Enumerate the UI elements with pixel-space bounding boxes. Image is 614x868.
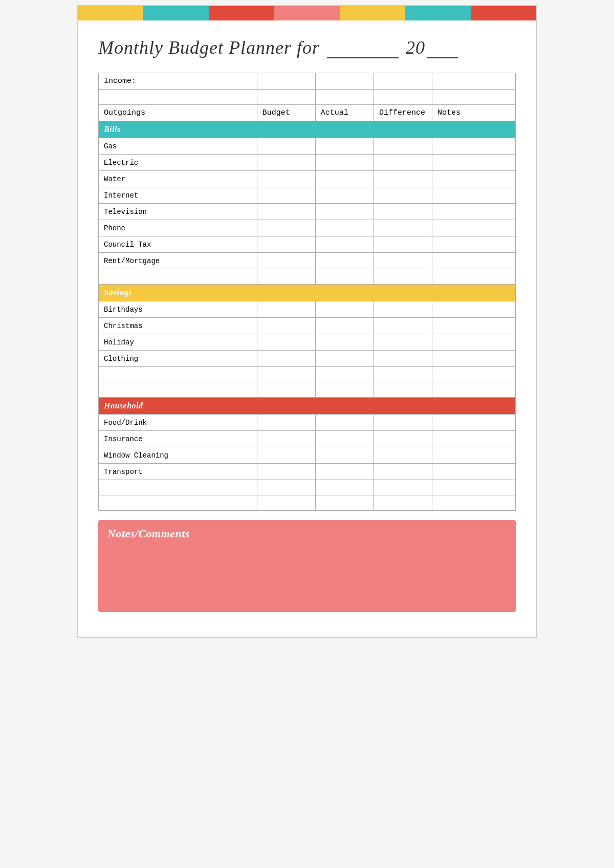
row-council-tax: Council Tax	[99, 236, 516, 253]
savings-label: Savings	[99, 285, 516, 301]
food-drink-difference	[374, 415, 432, 431]
rent-mortgage-budget	[257, 253, 315, 269]
television-notes	[432, 204, 515, 220]
council-tax-notes	[432, 236, 515, 253]
electric-difference	[374, 155, 432, 171]
page: Monthly Budget Planner for 20 Income: Ou…	[77, 5, 537, 638]
row-food-drink: Food/Drink	[99, 415, 516, 431]
row-holiday: Holiday	[99, 334, 516, 351]
holiday-actual	[315, 334, 374, 351]
food-drink-budget	[257, 415, 315, 431]
bar-yellow-2	[340, 6, 405, 20]
savings-section-header: Savings	[99, 285, 516, 301]
main-content: Monthly Budget Planner for 20 Income: Ou…	[78, 20, 536, 622]
birthdays-budget	[257, 301, 315, 318]
header-difference: Difference	[374, 105, 432, 121]
birthdays-actual	[315, 301, 374, 318]
row-clothing: Clothing	[99, 351, 516, 367]
notes-section: Notes/Comments	[98, 520, 516, 612]
row-window-cleaning: Window Cleaning	[99, 447, 516, 464]
year-prefix: 20	[406, 37, 425, 58]
water-actual	[315, 171, 374, 187]
transport-budget	[257, 464, 315, 480]
row-rent-mortgage: Rent/Mortgage	[99, 253, 516, 269]
bottom-color-bar	[78, 622, 536, 637]
insurance-notes	[432, 431, 515, 447]
transport-notes	[432, 464, 515, 480]
clothing-difference	[374, 351, 432, 367]
holiday-notes	[432, 334, 515, 351]
television-budget	[257, 204, 315, 220]
income-actual	[315, 73, 374, 90]
bar-red-1	[209, 6, 274, 20]
bills-section-header: Bills	[99, 121, 516, 138]
transport-label: Transport	[99, 464, 257, 480]
bar-teal-1	[143, 6, 209, 20]
rent-mortgage-notes	[432, 253, 515, 269]
christmas-actual	[315, 318, 374, 334]
water-label: Water	[99, 171, 257, 187]
row-christmas: Christmas	[99, 318, 516, 334]
bills-label: Bills	[99, 121, 516, 138]
top-color-bar	[78, 6, 536, 20]
income-notes	[432, 73, 515, 90]
clothing-notes	[432, 351, 515, 367]
insurance-budget	[257, 431, 315, 447]
bar-pink-1	[274, 6, 340, 20]
gas-label: Gas	[99, 138, 257, 155]
gas-budget	[257, 138, 315, 155]
spacer-row-2	[99, 269, 516, 285]
rent-mortgage-actual	[315, 253, 374, 269]
phone-label: Phone	[99, 220, 257, 236]
television-difference	[374, 204, 432, 220]
birthdays-notes	[432, 301, 515, 318]
rent-mortgage-label: Rent/Mortgage	[99, 253, 257, 269]
window-cleaning-difference	[374, 447, 432, 464]
phone-actual	[315, 220, 374, 236]
electric-notes	[432, 155, 515, 171]
header-notes: Notes	[432, 105, 515, 121]
phone-notes	[432, 220, 515, 236]
spacer-row-1	[99, 90, 516, 105]
birthdays-difference	[374, 301, 432, 318]
row-electric: Electric	[99, 155, 516, 171]
income-difference	[374, 73, 432, 90]
title-text: Monthly Budget Planner for	[98, 37, 320, 58]
row-internet: Internet	[99, 187, 516, 204]
council-tax-difference	[374, 236, 432, 253]
council-tax-actual	[315, 236, 374, 253]
income-label: Income:	[99, 73, 257, 90]
budget-table: Income: Outgoings Budget Actual Differen…	[98, 73, 516, 511]
transport-difference	[374, 464, 432, 480]
insurance-difference	[374, 431, 432, 447]
row-phone: Phone	[99, 220, 516, 236]
food-drink-label: Food/Drink	[99, 415, 257, 431]
food-drink-notes	[432, 415, 515, 431]
transport-actual	[315, 464, 374, 480]
row-birthdays: Birthdays	[99, 301, 516, 318]
page-title: Monthly Budget Planner for 20	[98, 36, 516, 58]
christmas-difference	[374, 318, 432, 334]
column-headers: Outgoings Budget Actual Difference Notes	[99, 105, 516, 121]
row-insurance: Insurance	[99, 431, 516, 447]
name-line	[327, 36, 399, 58]
year-line	[427, 36, 458, 58]
christmas-notes	[432, 318, 515, 334]
bar-red-2	[471, 6, 536, 20]
window-cleaning-notes	[432, 447, 515, 464]
spacer-row-4	[99, 382, 516, 398]
insurance-label: Insurance	[99, 431, 257, 447]
council-tax-label: Council Tax	[99, 236, 257, 253]
row-gas: Gas	[99, 138, 516, 155]
food-drink-actual	[315, 415, 374, 431]
household-label: Household	[99, 398, 516, 415]
internet-actual	[315, 187, 374, 204]
electric-actual	[315, 155, 374, 171]
notes-title: Notes/Comments	[107, 527, 507, 540]
internet-notes	[432, 187, 515, 204]
council-tax-budget	[257, 236, 315, 253]
rent-mortgage-difference	[374, 253, 432, 269]
phone-budget	[257, 220, 315, 236]
christmas-budget	[257, 318, 315, 334]
bar-teal-2	[405, 6, 471, 20]
